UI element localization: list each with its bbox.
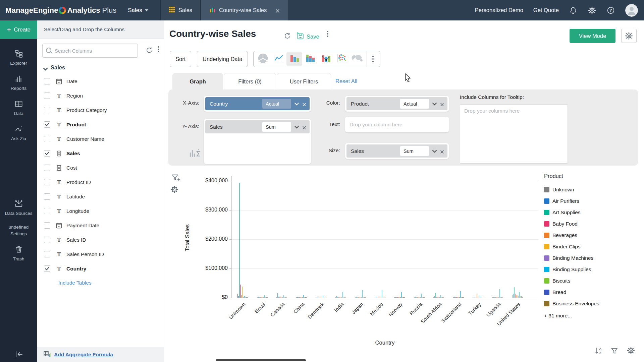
view-mode-button[interactable]: View Mode (570, 29, 615, 43)
report-more-options-icon[interactable] (327, 31, 328, 37)
avatar[interactable] (625, 4, 638, 17)
refresh-columns-icon[interactable] (145, 47, 153, 55)
column-row-payment-date[interactable]: 17Payment Date (37, 218, 164, 233)
column-row-product-id[interactable]: TProduct ID (37, 175, 164, 189)
checkbox-product-id[interactable] (44, 179, 50, 185)
sidebar-item-explorer[interactable]: Explorer (0, 45, 37, 70)
gear-icon[interactable] (588, 6, 596, 15)
color-dropzone[interactable]: Product Actual (345, 96, 449, 112)
sidebar-item-zia[interactable]: Ask Zia (0, 120, 37, 145)
legend-more-link[interactable]: + 31 more... (544, 313, 599, 319)
filter-icon[interactable] (611, 347, 618, 356)
checkbox-latitude[interactable] (44, 193, 50, 200)
chart-type-line[interactable] (271, 52, 286, 66)
search-columns-input[interactable] (42, 44, 138, 58)
remove-color-icon[interactable] (440, 102, 444, 106)
color-aggregation-select[interactable]: Actual (400, 99, 429, 109)
manageengine-logo[interactable]: ManageEngine Analytics Plus (5, 6, 116, 15)
chart-type-bar-selected[interactable] (286, 52, 302, 66)
chart-type-scatter[interactable] (334, 52, 350, 66)
checkbox-region[interactable] (44, 93, 50, 99)
chevron-down-icon[interactable] (432, 101, 437, 107)
checkbox-cost[interactable] (44, 165, 50, 171)
y-axis-aggregation-select[interactable]: Sum (262, 122, 291, 132)
collapse-sidebar-button[interactable] (0, 351, 37, 358)
checkbox-country[interactable] (44, 265, 50, 272)
x-axis-dropzone[interactable]: Country Actual (204, 96, 311, 112)
sidebar-item-datasources[interactable]: Data Sources (0, 194, 37, 220)
checkbox-product-category[interactable] (44, 107, 50, 113)
size-dropzone[interactable]: Sales Sum (345, 143, 449, 159)
chevron-down-icon[interactable] (294, 101, 299, 107)
chart-type-bar-line[interactable] (318, 52, 334, 66)
column-row-country[interactable]: TCountry (37, 261, 164, 276)
bell-icon[interactable] (569, 6, 578, 15)
legend-item-binding-supplies[interactable]: Binding Supplies (544, 264, 599, 275)
save-button[interactable]: Save (296, 32, 319, 42)
close-icon[interactable] (275, 8, 280, 12)
legend-item-air-purifiers[interactable]: Air Purifiers (544, 195, 599, 207)
columns-more-options-icon[interactable] (158, 46, 159, 52)
legend-item-business-envelopes[interactable]: Business Envelopes (544, 298, 599, 309)
legend-item-biscuits[interactable]: Biscuits (544, 275, 599, 287)
get-quote-link[interactable]: Get Quote (533, 7, 559, 13)
chart-type-map[interactable] (350, 52, 365, 66)
tooltip-columns-dropzone[interactable]: Drop your columns here (460, 104, 568, 164)
column-row-longitude[interactable]: TLongitude (37, 204, 164, 218)
sidebar-item-trash[interactable]: Trash (0, 241, 37, 266)
x-axis-aggregation-select[interactable]: Actual (262, 99, 291, 109)
sidebar-item-data[interactable]: Data (0, 95, 37, 120)
checkbox-sales-person-id[interactable] (44, 251, 50, 257)
help-icon[interactable]: ? (606, 6, 615, 15)
checkbox-date[interactable] (44, 78, 50, 84)
legend-item-art-supplies[interactable]: Art Supplies (544, 207, 599, 218)
tab-user-filters[interactable]: User Filters (277, 73, 331, 90)
workspace-dropdown[interactable]: Sales (128, 7, 148, 14)
remove-size-icon[interactable] (440, 149, 444, 153)
chart-type-pie[interactable] (255, 52, 271, 66)
include-tables-link[interactable]: Include Tables (58, 280, 92, 286)
refresh-report-icon[interactable] (283, 32, 291, 42)
column-row-cost[interactable]: Cost (37, 161, 164, 175)
tab-filters[interactable]: Filters (0) (224, 73, 276, 90)
underlying-data-button[interactable]: Underlying Data (197, 51, 248, 67)
checkbox-sales-id[interactable] (44, 237, 50, 243)
legend-item-bread[interactable]: Bread (544, 287, 599, 298)
chart-settings-icon[interactable] (170, 185, 179, 195)
column-row-product[interactable]: TProduct (37, 117, 164, 132)
personalized-demo-link[interactable]: Personalized Demo (475, 7, 523, 13)
text-dropzone[interactable]: Drop your column here (345, 117, 449, 132)
legend-item-binding-machines[interactable]: Binding Machines (544, 252, 599, 264)
checkbox-product[interactable] (44, 121, 50, 128)
column-row-sales-id[interactable]: TSales ID (37, 233, 164, 247)
legend-item-unknown[interactable]: Unknown (544, 184, 599, 195)
sidebar-item-settings[interactable]: undefinedSettings (0, 220, 37, 241)
column-row-sales-person-id[interactable]: TSales Person ID (37, 247, 164, 261)
summary-bars-icon[interactable] (188, 148, 202, 161)
checkbox-payment-date[interactable] (44, 222, 50, 229)
column-row-region[interactable]: TRegion (37, 88, 164, 103)
create-button[interactable]: + Create (0, 20, 37, 39)
checkbox-sales[interactable] (44, 150, 50, 157)
column-row-latitude[interactable]: TLatitude (37, 189, 164, 204)
legend-item-baby-food[interactable]: Baby Food (544, 218, 599, 230)
y-axis-pill[interactable]: Sales Sum (205, 120, 310, 133)
column-row-product-category[interactable]: TProduct Category (37, 103, 164, 117)
column-row-date[interactable]: 17Date (37, 74, 164, 88)
chart-options-gear-icon[interactable] (627, 346, 635, 356)
tab-sales[interactable]: Sales (160, 0, 201, 20)
size-aggregation-select[interactable]: Sum (400, 146, 429, 156)
column-row-sales[interactable]: Sales (37, 146, 164, 161)
sidebar-item-reports[interactable]: Reports (0, 70, 37, 95)
table-group-sales[interactable]: Sales (37, 62, 164, 74)
report-settings-button[interactable] (621, 29, 637, 43)
checkbox-longitude[interactable] (44, 208, 50, 214)
chevron-down-icon[interactable] (432, 148, 437, 154)
sort-button[interactable]: Sort (170, 51, 191, 67)
size-pill[interactable]: Sales Sum (346, 144, 447, 158)
y-axis-dropzone[interactable]: Sales Sum (204, 119, 311, 164)
add-aggregate-formula-link[interactable]: Add Aggregate Formula (54, 352, 113, 358)
checkbox-customer-name[interactable] (44, 136, 50, 142)
color-pill[interactable]: Product Actual (346, 97, 447, 110)
tab-graph[interactable]: Graph (172, 73, 223, 90)
